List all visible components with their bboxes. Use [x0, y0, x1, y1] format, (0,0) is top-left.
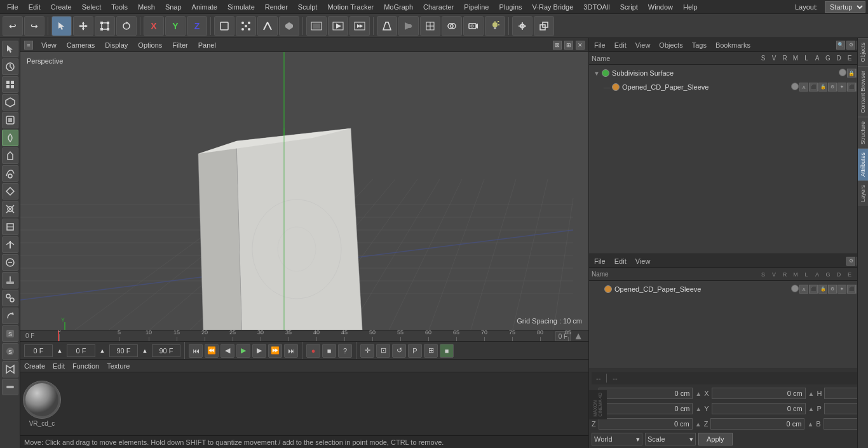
attr-icon-lock[interactable]: 🔒: [818, 285, 827, 294]
left-tool-16[interactable]: [2, 308, 18, 324]
tab-content-browser[interactable]: Content Browser: [858, 66, 868, 117]
left-tool-11[interactable]: [2, 219, 18, 235]
bank-button[interactable]: P: [408, 344, 422, 358]
prev-frame-button[interactable]: ⏪: [205, 344, 219, 358]
left-tool-2[interactable]: [2, 58, 18, 75]
menu-mesh[interactable]: Mesh: [133, 2, 159, 12]
obj-view-btn[interactable]: View: [633, 41, 653, 50]
world-dropdown[interactable]: World ▾: [592, 433, 642, 445]
play-button[interactable]: ▶: [236, 344, 250, 358]
attr-edit-btn[interactable]: Edit: [612, 257, 629, 266]
menu-vray[interactable]: V-Ray Bridge: [528, 2, 578, 12]
menu-pipeline[interactable]: Pipeline: [459, 2, 493, 12]
attributes-list[interactable]: Opened_CD_Paper_Sleeve A ⬛ 🔒 ⚙ ✦ ⬛ ⚑: [589, 281, 868, 369]
tab-objects[interactable]: Objects: [858, 38, 868, 66]
scale-mode-button[interactable]: [95, 16, 115, 36]
obj-tags-btn[interactable]: Tags: [689, 41, 709, 50]
rotate-tool-button[interactable]: ↺: [392, 344, 406, 358]
tab-attributes[interactable]: Attributes: [858, 148, 868, 180]
record-button[interactable]: [398, 16, 419, 36]
menu-file[interactable]: File: [3, 2, 23, 12]
attr-settings-icon[interactable]: ⚙: [846, 257, 855, 266]
coord-z2-arrow[interactable]: ▲: [807, 421, 813, 428]
mat-function-btn[interactable]: Function: [72, 362, 99, 370]
next-frame-button[interactable]: ⏩: [268, 344, 282, 358]
help-button[interactable]: ?: [338, 344, 352, 358]
vp-layout-icon[interactable]: ⊞: [564, 41, 573, 50]
grid-view-button[interactable]: ⊞: [424, 344, 438, 358]
vp-maximize-icon[interactable]: ⊠: [553, 41, 562, 50]
coord-x-arrow[interactable]: ▲: [695, 390, 702, 397]
obj-icon-e[interactable]: ✦: [837, 83, 846, 92]
playback-current-frame[interactable]: [67, 344, 95, 357]
playback-end-frame[interactable]: [109, 344, 138, 357]
apply-button[interactable]: Apply: [698, 433, 733, 445]
y-axis-button[interactable]: Y: [165, 16, 186, 36]
left-tool-4[interactable]: [2, 94, 18, 111]
left-tool-14[interactable]: [2, 272, 18, 288]
scale-tool-button[interactable]: ⊡: [376, 344, 390, 358]
camera-button[interactable]: [463, 16, 484, 36]
perspective-view-button[interactable]: [377, 16, 397, 36]
left-tool-15[interactable]: [2, 290, 18, 306]
vp-view-btn[interactable]: View: [39, 41, 58, 50]
obj-settings-icon[interactable]: ⚙: [846, 41, 855, 50]
next-play-button[interactable]: ▶: [252, 344, 266, 358]
coord-y2-arrow[interactable]: ▲: [808, 405, 815, 412]
obj-icon-d[interactable]: ⚙: [828, 83, 837, 92]
point-mode-button[interactable]: [236, 16, 256, 36]
left-tool-12[interactable]: [2, 236, 18, 253]
expand-icon-child[interactable]: —: [602, 82, 612, 92]
3d-viewport[interactable]: X Y Z Perspective Grid Spacing : 10 cm: [20, 52, 588, 330]
mat-edit-btn[interactable]: Edit: [53, 362, 65, 370]
obj-traffic-light-2[interactable]: [791, 83, 799, 90]
render-small-button[interactable]: ■: [440, 344, 454, 358]
frame-end2-btn[interactable]: ▲: [140, 345, 150, 356]
mat-create-btn[interactable]: Create: [24, 362, 45, 370]
left-tool-1[interactable]: [2, 41, 18, 57]
object-mode-button[interactable]: [214, 16, 234, 36]
left-tool-13[interactable]: [2, 254, 18, 271]
scale-dropdown[interactable]: Scale ▾: [645, 433, 696, 445]
polygon-mode-button[interactable]: [279, 16, 299, 36]
obj-icon-b[interactable]: ⬛: [809, 83, 818, 92]
rotate-mode-button[interactable]: [116, 16, 137, 36]
boole-button[interactable]: [442, 16, 462, 36]
attr-icon-traffic[interactable]: [791, 285, 799, 292]
record-button[interactable]: ●: [306, 344, 320, 358]
left-tool-5[interactable]: [2, 112, 18, 128]
obj-icon-a[interactable]: A: [799, 83, 808, 92]
vp-filter-btn[interactable]: Filter: [170, 41, 189, 50]
move-tool-button[interactable]: ✛: [360, 344, 374, 358]
obj-objects-btn[interactable]: Objects: [656, 41, 685, 50]
prev-play-button[interactable]: ◀: [220, 344, 234, 358]
table-row[interactable]: ▼ Subdivision Surface 🔒 ✓: [589, 66, 868, 80]
obj-traffic-light[interactable]: [839, 69, 846, 76]
coord-z2-input[interactable]: [710, 418, 804, 430]
material-item[interactable]: VR_cd_c: [23, 381, 61, 427]
select-mode-button[interactable]: [51, 16, 72, 36]
playback-start-frame[interactable]: [24, 344, 53, 357]
timeline-track[interactable]: 051015202530354045505560657075808590: [58, 330, 553, 342]
left-tool-6[interactable]: [2, 130, 18, 146]
menu-edit[interactable]: Edit: [24, 2, 45, 12]
menu-plugins[interactable]: Plugins: [494, 2, 526, 12]
coord-x2-arrow[interactable]: ▲: [808, 390, 815, 397]
obj-file-btn[interactable]: File: [592, 41, 608, 50]
vp-cameras-btn[interactable]: Cameras: [65, 41, 97, 50]
obj-icon-c[interactable]: 🔒: [818, 83, 827, 92]
objects-list[interactable]: ▼ Subdivision Surface 🔒 ✓ — Opened_CD_Pa…: [589, 65, 868, 254]
playback-end-frame2[interactable]: [152, 344, 180, 357]
attr-icon-gear[interactable]: ⚙: [828, 285, 837, 294]
mat-texture-btn[interactable]: Texture: [107, 362, 130, 370]
left-tool-3[interactable]: [2, 76, 18, 93]
attr-view-btn[interactable]: View: [633, 257, 653, 266]
menu-sculpt[interactable]: Sculpt: [294, 2, 322, 12]
render-animation-button[interactable]: [349, 16, 370, 36]
z-axis-button[interactable]: Z: [187, 16, 207, 36]
viewport-menu-icon[interactable]: ≡: [24, 41, 33, 50]
timeline-arrow-up[interactable]: ▲: [571, 330, 586, 342]
left-tool-19[interactable]: [2, 361, 18, 377]
coord-x2-input[interactable]: [712, 388, 806, 399]
menu-window[interactable]: Window: [644, 2, 677, 12]
